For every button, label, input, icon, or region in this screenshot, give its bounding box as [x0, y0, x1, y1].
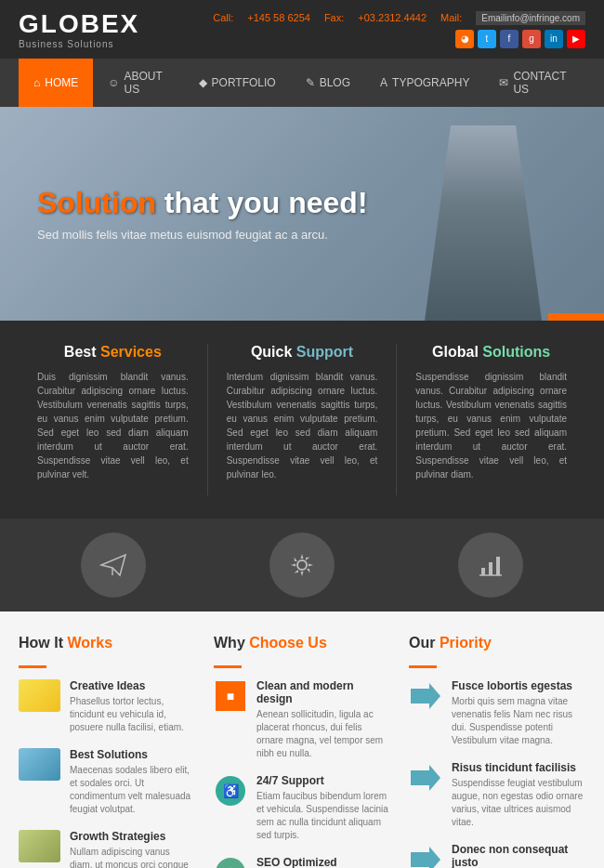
how-item-title-1: Best Solutions [70, 748, 195, 761]
service-text-1: Interdum dignissim blandit vanus. Curabi… [227, 370, 378, 481]
priority-item-content-1: Risus tincidunt facilisis Suspendisse fe… [452, 761, 585, 829]
facebook-icon[interactable]: f [500, 30, 519, 48]
why-item-2: ⚙ SEO Optimized Fusce feugiat vestibulum… [214, 856, 390, 868]
svg-point-2 [297, 560, 307, 570]
nav-contact[interactable]: ✉ CONTACT US [484, 59, 585, 107]
twitter-icon[interactable]: t [478, 30, 496, 48]
user-icon: ☺ [108, 76, 119, 89]
svg-marker-8 [411, 765, 440, 791]
how-item-0: Creative Ideas Phasellus tortor lectus, … [19, 679, 195, 734]
priority-divider [409, 665, 437, 668]
why-item-title-1: 24/7 Support [256, 774, 390, 787]
priority-item-1: Risus tincidunt facilisis Suspendisse fe… [409, 761, 585, 829]
contact-info: Call: +145 58 6254 Fax: +03.2312.4442 Ma… [213, 11, 585, 25]
nav-blog[interactable]: ✎ BLOG [291, 59, 365, 107]
logo: GLOBEX Business Solutions [19, 9, 139, 49]
chart-icon [458, 533, 523, 598]
envelope-icon: ✉ [499, 76, 508, 89]
priority-item-title-1: Risus tincidunt facilisis [452, 761, 585, 774]
service-title-2: Global Solutions [415, 344, 567, 361]
priority-item-title-0: Fusce lobortis egestas [452, 679, 585, 692]
font-icon: A [380, 76, 387, 89]
why-item-0: ■ Clean and modern design Aenean sollici… [214, 679, 390, 760]
mail-label: Mail: [440, 12, 462, 23]
why-choose-us-col: Why Choose Us ■ Clean and modern design … [214, 635, 390, 868]
logo-text: GLOBEX [19, 9, 139, 39]
svg-rect-5 [496, 557, 500, 575]
our-priority-col: Our Priority Fusce lobortis egestas Morb… [409, 635, 585, 868]
how-item-content-2: Growth Strategies Nullam adipiscing vanu… [70, 830, 195, 868]
svg-marker-0 [101, 555, 125, 575]
why-item-1: ♿ 24/7 Support Etiam faucibus bibendum l… [214, 774, 390, 842]
priority-title: Our Priority [409, 635, 585, 651]
hero-content: Solution that you need! Sed mollis felis… [0, 158, 405, 270]
how-item-content-1: Best Solutions Maecenas sodales libero e… [70, 748, 195, 816]
how-item-2: Growth Strategies Nullam adipiscing vanu… [19, 830, 195, 868]
hero-title-orange: Solution [37, 186, 156, 219]
service-text-0: Duis dignissim blandit vanus. Curabitur … [37, 370, 189, 481]
nav-portfolio[interactable]: ◆ PORTFOLIO [184, 59, 291, 107]
bulb-icon [19, 679, 60, 712]
how-item-title-2: Growth Strategies [70, 830, 195, 843]
how-it-works-col: How It Works Creative Ideas Phasellus to… [19, 635, 195, 868]
design-icon: ■ [216, 681, 245, 711]
mid-section: How It Works Creative Ideas Phasellus to… [0, 612, 604, 868]
gear-icon [269, 533, 335, 598]
arrow-right-icon-0 [411, 683, 440, 709]
how-divider [19, 665, 46, 668]
service-item-1: Quick Support Interdum dignissim blandit… [208, 344, 398, 495]
fax-number: +03.2312.4442 [358, 12, 427, 23]
how-item-text-1: Maecenas sodales libero elit, et sodales… [70, 764, 195, 816]
how-item-text-2: Nullam adipiscing vanus diam, ut moncus … [70, 846, 195, 868]
hero-title: Solution that you need! [37, 186, 368, 220]
services-section: Best Services Duis dignissim blandit van… [0, 321, 604, 519]
why-item-title-2: SEO Optimized [256, 856, 390, 868]
navigation: ⌂ HOME ☺ ABOUT US ◆ PORTFOLIO ✎ BLOG A T… [0, 59, 604, 107]
growth-icon [19, 830, 60, 862]
why-item-text-0: Aenean sollicitudin, ligula ac placerat … [256, 708, 390, 760]
arrow-right-icon-2 [411, 847, 440, 868]
service-item-0: Best Services Duis dignissim blandit van… [19, 344, 208, 495]
service-icon-2 [397, 533, 585, 598]
hero-person [418, 125, 548, 321]
priority-item-title-2: Donec non consequat justo [452, 843, 585, 868]
why-item-content-0: Clean and modern design Aenean sollicitu… [256, 679, 390, 760]
header: GLOBEX Business Solutions Call: +145 58 … [0, 0, 604, 59]
paper-plane-icon [81, 533, 146, 598]
logo-sub: Business Solutions [19, 39, 139, 49]
how-item-text-0: Phasellus tortor lectus, tincidunt eu ve… [70, 695, 195, 734]
hero-person-body [418, 125, 548, 321]
seo-icon: ⚙ [216, 858, 245, 868]
nav-home[interactable]: ⌂ HOME [19, 59, 93, 107]
support-icon: ♿ [216, 776, 245, 806]
email-address[interactable]: Emailinfo@infringe.com [476, 11, 585, 25]
priority-item-text-1: Suspendisse feugiat vestibulum augue, no… [452, 777, 585, 829]
how-item-1: Best Solutions Maecenas sodales libero e… [19, 748, 195, 816]
hero-title-rest: that you need! [164, 186, 368, 219]
priority-item-content-0: Fusce lobortis egestas Morbi quis sem ma… [452, 679, 585, 747]
svg-marker-7 [411, 683, 440, 709]
how-item-content-0: Creative Ideas Phasellus tortor lectus, … [70, 679, 195, 734]
why-item-content-2: SEO Optimized Fusce feugiat vestibulum a… [256, 856, 390, 868]
svg-marker-9 [411, 847, 440, 868]
nav-typography[interactable]: A TYPOGRAPHY [365, 59, 484, 107]
hero-subtitle: Sed mollis felis vitae metus euismod feu… [37, 228, 368, 242]
nav-about[interactable]: ☺ ABOUT US [93, 59, 183, 107]
priority-item-text-0: Morbi quis sem magna vitae venenatis fel… [452, 695, 585, 747]
why-title: Why Choose Us [214, 635, 390, 651]
icon-circles-section [0, 519, 604, 612]
how-item-title-0: Creative Ideas [70, 679, 195, 692]
why-item-title-0: Clean and modern design [256, 679, 390, 705]
googleplus-icon[interactable]: g [522, 30, 541, 48]
youtube-icon[interactable]: ▶ [567, 30, 585, 48]
priority-item-0: Fusce lobortis egestas Morbi quis sem ma… [409, 679, 585, 747]
hero-accent-bar [548, 313, 604, 321]
linkedin-icon[interactable]: in [545, 30, 563, 48]
service-text-2: Suspendisse dignissim blandit vanus. Cur… [415, 370, 567, 481]
call-number: +145 58 6254 [247, 12, 310, 23]
home-icon: ⌂ [33, 76, 40, 89]
hero-section: Solution that you need! Sed mollis felis… [0, 107, 604, 321]
why-item-content-1: 24/7 Support Etiam faucibus bibendum lor… [256, 774, 390, 842]
rss-icon[interactable]: ◕ [455, 30, 474, 48]
service-item-2: Global Solutions Suspendisse dignissim b… [397, 344, 585, 495]
